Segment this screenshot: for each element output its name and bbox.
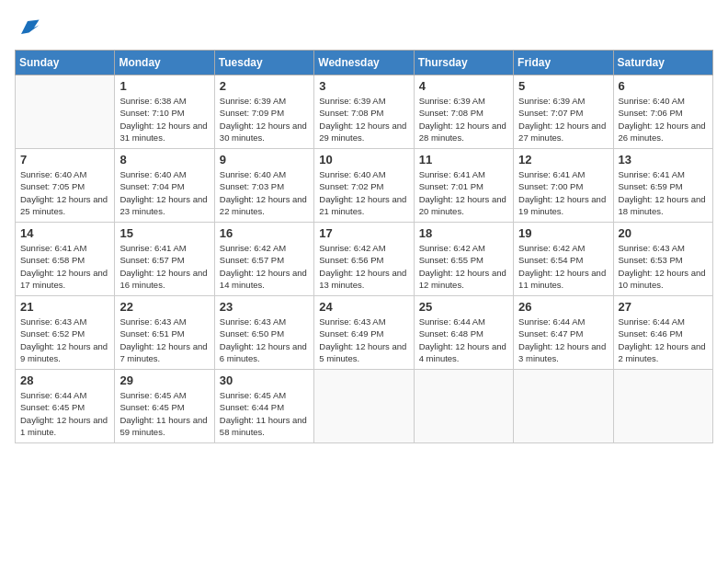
- day-info: Sunrise: 6:43 AM Sunset: 6:51 PM Dayligh…: [119, 316, 209, 364]
- calendar-cell: 12Sunrise: 6:41 AM Sunset: 7:00 PM Dayli…: [514, 149, 613, 223]
- day-number: 26: [518, 300, 608, 314]
- day-number: 17: [319, 226, 408, 240]
- day-number: 8: [119, 153, 209, 167]
- day-info: Sunrise: 6:39 AM Sunset: 7:09 PM Dayligh…: [220, 95, 309, 144]
- calendar-cell: 30Sunrise: 6:45 AM Sunset: 6:44 PM Dayli…: [214, 370, 313, 443]
- calendar-cell: 10Sunrise: 6:40 AM Sunset: 7:02 PM Dayli…: [314, 149, 414, 223]
- day-number: 30: [220, 373, 309, 387]
- calendar-cell: 17Sunrise: 6:42 AM Sunset: 6:56 PM Dayli…: [314, 223, 414, 296]
- logo: [15, 15, 44, 40]
- calendar-cell: 4Sunrise: 6:39 AM Sunset: 7:08 PM Daylig…: [414, 75, 513, 149]
- day-info: Sunrise: 6:44 AM Sunset: 6:46 PM Dayligh…: [619, 316, 708, 364]
- calendar-week-row: 21Sunrise: 6:43 AM Sunset: 6:52 PM Dayli…: [16, 296, 713, 370]
- day-info: Sunrise: 6:38 AM Sunset: 7:10 PM Dayligh…: [119, 95, 209, 144]
- calendar-week-row: 28Sunrise: 6:44 AM Sunset: 6:45 PM Dayli…: [16, 370, 713, 443]
- calendar-cell: [414, 370, 513, 443]
- day-info: Sunrise: 6:39 AM Sunset: 7:08 PM Dayligh…: [419, 95, 508, 144]
- day-number: 4: [419, 79, 508, 93]
- day-number: 27: [619, 300, 708, 314]
- day-number: 11: [419, 153, 508, 167]
- day-number: 20: [619, 226, 708, 240]
- day-info: Sunrise: 6:40 AM Sunset: 7:02 PM Dayligh…: [319, 168, 408, 217]
- day-info: Sunrise: 6:41 AM Sunset: 7:01 PM Dayligh…: [419, 168, 508, 217]
- calendar-cell: 24Sunrise: 6:43 AM Sunset: 6:49 PM Dayli…: [314, 296, 414, 370]
- day-number: 22: [119, 300, 209, 314]
- col-header-sunday: Sunday: [16, 51, 115, 75]
- day-number: 21: [20, 300, 109, 314]
- day-info: Sunrise: 6:43 AM Sunset: 6:53 PM Dayligh…: [619, 242, 708, 291]
- calendar-cell: 9Sunrise: 6:40 AM Sunset: 7:03 PM Daylig…: [214, 149, 313, 223]
- day-number: 3: [319, 79, 408, 93]
- col-header-monday: Monday: [115, 51, 214, 75]
- calendar-cell: 5Sunrise: 6:39 AM Sunset: 7:07 PM Daylig…: [514, 75, 613, 149]
- day-info: Sunrise: 6:40 AM Sunset: 7:05 PM Dayligh…: [20, 168, 109, 217]
- calendar-cell: [514, 370, 613, 443]
- calendar-cell: 25Sunrise: 6:44 AM Sunset: 6:48 PM Dayli…: [414, 296, 513, 370]
- day-number: 9: [220, 153, 309, 167]
- day-info: Sunrise: 6:41 AM Sunset: 7:00 PM Dayligh…: [518, 168, 608, 217]
- day-info: Sunrise: 6:43 AM Sunset: 6:49 PM Dayligh…: [319, 316, 408, 364]
- day-number: 15: [119, 226, 209, 240]
- calendar-cell: 16Sunrise: 6:42 AM Sunset: 6:57 PM Dayli…: [214, 223, 313, 296]
- day-number: 19: [518, 226, 608, 240]
- col-header-thursday: Thursday: [414, 51, 513, 75]
- col-header-wednesday: Wednesday: [314, 51, 414, 75]
- day-number: 7: [20, 153, 109, 167]
- calendar-cell: 15Sunrise: 6:41 AM Sunset: 6:57 PM Dayli…: [115, 223, 214, 296]
- day-number: 24: [319, 300, 408, 314]
- day-number: 12: [518, 153, 608, 167]
- day-info: Sunrise: 6:42 AM Sunset: 6:55 PM Dayligh…: [419, 242, 508, 291]
- day-info: Sunrise: 6:41 AM Sunset: 6:59 PM Dayligh…: [619, 168, 708, 217]
- day-info: Sunrise: 6:42 AM Sunset: 6:56 PM Dayligh…: [319, 242, 408, 291]
- calendar-week-row: 1Sunrise: 6:38 AM Sunset: 7:10 PM Daylig…: [16, 75, 713, 149]
- calendar-cell: 6Sunrise: 6:40 AM Sunset: 7:06 PM Daylig…: [613, 75, 712, 149]
- day-info: Sunrise: 6:40 AM Sunset: 7:04 PM Dayligh…: [119, 168, 209, 217]
- calendar-cell: [314, 370, 414, 443]
- calendar-cell: 23Sunrise: 6:43 AM Sunset: 6:50 PM Dayli…: [214, 296, 313, 370]
- day-number: 25: [419, 300, 508, 314]
- calendar-cell: 19Sunrise: 6:42 AM Sunset: 6:54 PM Dayli…: [514, 223, 613, 296]
- calendar-cell: 26Sunrise: 6:44 AM Sunset: 6:47 PM Dayli…: [514, 296, 613, 370]
- day-number: 14: [20, 226, 109, 240]
- calendar-table: SundayMondayTuesdayWednesdayThursdayFrid…: [15, 50, 713, 443]
- logo-bird-icon: [15, 15, 40, 40]
- calendar-week-row: 7Sunrise: 6:40 AM Sunset: 7:05 PM Daylig…: [16, 149, 713, 223]
- calendar-week-row: 14Sunrise: 6:41 AM Sunset: 6:58 PM Dayli…: [16, 223, 713, 296]
- calendar-cell: 22Sunrise: 6:43 AM Sunset: 6:51 PM Dayli…: [115, 296, 214, 370]
- calendar-cell: 1Sunrise: 6:38 AM Sunset: 7:10 PM Daylig…: [115, 75, 214, 149]
- calendar-cell: 11Sunrise: 6:41 AM Sunset: 7:01 PM Dayli…: [414, 149, 513, 223]
- calendar-cell: 3Sunrise: 6:39 AM Sunset: 7:08 PM Daylig…: [314, 75, 414, 149]
- day-info: Sunrise: 6:39 AM Sunset: 7:07 PM Dayligh…: [518, 95, 608, 144]
- calendar-cell: [16, 75, 115, 149]
- day-number: 18: [419, 226, 508, 240]
- calendar-cell: 27Sunrise: 6:44 AM Sunset: 6:46 PM Dayli…: [613, 296, 712, 370]
- svg-marker-0: [21, 20, 40, 34]
- calendar-cell: 20Sunrise: 6:43 AM Sunset: 6:53 PM Dayli…: [613, 223, 712, 296]
- day-info: Sunrise: 6:44 AM Sunset: 6:48 PM Dayligh…: [419, 316, 508, 364]
- day-number: 1: [119, 79, 209, 93]
- day-number: 2: [220, 79, 309, 93]
- day-info: Sunrise: 6:45 AM Sunset: 6:44 PM Dayligh…: [220, 389, 309, 438]
- calendar-cell: 8Sunrise: 6:40 AM Sunset: 7:04 PM Daylig…: [115, 149, 214, 223]
- day-number: 5: [518, 79, 608, 93]
- calendar-cell: 21Sunrise: 6:43 AM Sunset: 6:52 PM Dayli…: [16, 296, 115, 370]
- day-info: Sunrise: 6:45 AM Sunset: 6:45 PM Dayligh…: [119, 389, 209, 438]
- day-info: Sunrise: 6:42 AM Sunset: 6:54 PM Dayligh…: [518, 242, 608, 291]
- calendar-cell: 13Sunrise: 6:41 AM Sunset: 6:59 PM Dayli…: [613, 149, 712, 223]
- day-number: 6: [619, 79, 708, 93]
- day-info: Sunrise: 6:42 AM Sunset: 6:57 PM Dayligh…: [220, 242, 309, 291]
- day-number: 23: [220, 300, 309, 314]
- col-header-saturday: Saturday: [613, 51, 712, 75]
- calendar-cell: 7Sunrise: 6:40 AM Sunset: 7:05 PM Daylig…: [16, 149, 115, 223]
- calendar-cell: 29Sunrise: 6:45 AM Sunset: 6:45 PM Dayli…: [115, 370, 214, 443]
- day-info: Sunrise: 6:41 AM Sunset: 6:58 PM Dayligh…: [20, 242, 109, 291]
- day-info: Sunrise: 6:43 AM Sunset: 6:52 PM Dayligh…: [20, 316, 109, 364]
- day-info: Sunrise: 6:39 AM Sunset: 7:08 PM Dayligh…: [319, 95, 408, 144]
- day-number: 28: [20, 373, 109, 387]
- calendar-cell: 18Sunrise: 6:42 AM Sunset: 6:55 PM Dayli…: [414, 223, 513, 296]
- day-info: Sunrise: 6:44 AM Sunset: 6:45 PM Dayligh…: [20, 389, 109, 438]
- calendar-cell: [613, 370, 712, 443]
- day-info: Sunrise: 6:40 AM Sunset: 7:03 PM Dayligh…: [220, 168, 309, 217]
- calendar-cell: 14Sunrise: 6:41 AM Sunset: 6:58 PM Dayli…: [16, 223, 115, 296]
- day-info: Sunrise: 6:44 AM Sunset: 6:47 PM Dayligh…: [518, 316, 608, 364]
